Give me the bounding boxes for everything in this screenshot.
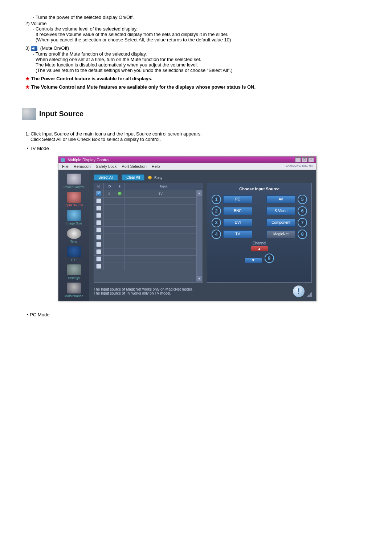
callout-5: 5 xyxy=(298,195,307,204)
mute-d1: - Turns on/off the Mute function of the … xyxy=(33,51,370,57)
row-checkbox[interactable] xyxy=(94,263,104,270)
row-status xyxy=(115,219,125,226)
checkbox-icon[interactable] xyxy=(96,242,101,247)
source-bnc-button[interactable]: BNC xyxy=(223,207,252,215)
row-checkbox[interactable] xyxy=(94,219,104,226)
checkbox-icon[interactable] xyxy=(96,206,101,211)
row-input xyxy=(125,219,196,226)
volume-d1: - Controls the volume level of the selec… xyxy=(33,26,370,32)
star-icon: ★ xyxy=(25,76,30,81)
callout-8: 8 xyxy=(298,230,307,239)
app-icon xyxy=(61,158,65,162)
row-checkbox[interactable] xyxy=(94,234,104,241)
checkbox-icon[interactable] xyxy=(96,227,101,232)
row-checkbox[interactable] xyxy=(94,205,104,212)
table-row[interactable] xyxy=(94,241,196,248)
checkbox-icon[interactable] xyxy=(96,256,101,262)
channel-up-button[interactable]: ▲ xyxy=(251,246,268,251)
source-magicnet-button[interactable]: MagicNet xyxy=(266,230,295,238)
sidebar-item-maintenance[interactable]: Maintenance xyxy=(60,282,88,299)
checkbox-icon[interactable] xyxy=(96,191,101,196)
source-dvi-button[interactable]: DVI xyxy=(223,219,252,227)
source-av-button[interactable]: AV xyxy=(266,195,295,203)
note-2-text: The Volume Control and Mute features are… xyxy=(31,84,370,90)
row-input xyxy=(125,205,196,212)
step-1-num: 1. xyxy=(25,131,29,137)
sidebar-item-settings[interactable]: Settings xyxy=(60,264,88,281)
sidebar: Power Control Input Source Image Size Ti… xyxy=(58,170,89,301)
sidebar-item-time[interactable]: Time xyxy=(60,227,88,245)
menu-remocon[interactable]: Remocon xyxy=(74,164,91,169)
row-checkbox[interactable] xyxy=(94,241,104,248)
resize-grip-icon[interactable] xyxy=(307,292,312,297)
channel-down-button[interactable]: ▼ xyxy=(245,258,262,263)
checkbox-icon[interactable] xyxy=(96,220,101,225)
row-checkbox[interactable] xyxy=(94,248,104,255)
row-input xyxy=(125,256,196,263)
mute-d2: When selecting one set at a time, turn o… xyxy=(36,57,370,62)
close-button[interactable]: × xyxy=(308,157,314,162)
checkbox-icon[interactable] xyxy=(96,264,101,269)
row-id xyxy=(104,248,115,255)
app-body: Power Control Input Source Image Size Ti… xyxy=(58,170,316,301)
row-checkbox[interactable] xyxy=(94,227,104,234)
table-row[interactable] xyxy=(94,248,196,256)
section-title: Input Source xyxy=(39,110,83,118)
scroll-up-button[interactable]: ▲ xyxy=(197,191,202,196)
table-row[interactable] xyxy=(94,256,196,263)
checkbox-icon[interactable] xyxy=(96,235,101,240)
scroll-down-button[interactable]: ▼ xyxy=(197,276,202,281)
checkbox-icon[interactable] xyxy=(96,249,101,254)
display-grid: ☑ ID ※ Input 0TV ▲ ▼ xyxy=(94,183,203,283)
sidebar-label: Input Source xyxy=(60,203,88,207)
source-tv-button[interactable]: TV xyxy=(223,230,252,238)
row-input xyxy=(125,234,196,241)
table-row[interactable] xyxy=(94,219,196,227)
table-row[interactable]: 0TV xyxy=(94,190,196,198)
row-checkbox[interactable] xyxy=(94,198,104,204)
row-status xyxy=(115,198,125,204)
row-checkbox[interactable] xyxy=(94,190,104,197)
callout-6: 6 xyxy=(298,206,307,216)
menu-help[interactable]: Help xyxy=(152,164,160,169)
col-id: ID xyxy=(104,183,115,190)
table-row[interactable] xyxy=(94,234,196,241)
window-title: Multiple Display Control xyxy=(61,158,110,162)
menu-safety-lock[interactable]: Safety Lock xyxy=(96,164,117,169)
app-window: Multiple Display Control _ □ × File Remo… xyxy=(58,156,317,301)
maximize-button[interactable]: □ xyxy=(302,157,307,162)
row-status xyxy=(115,227,125,234)
sidebar-item-input-source[interactable]: Input Source xyxy=(60,191,88,208)
checkbox-icon[interactable] xyxy=(96,198,101,203)
source-svideo-button[interactable]: S-Video xyxy=(266,207,295,215)
source-pc-button[interactable]: PC xyxy=(223,195,252,203)
sidebar-item-image-size[interactable]: Image Size xyxy=(60,209,88,227)
menu-file[interactable]: File xyxy=(62,164,69,169)
table-row[interactable] xyxy=(94,263,196,270)
callout-2: 2 xyxy=(212,206,221,216)
row-checkbox[interactable] xyxy=(94,256,104,263)
sidebar-item-pip[interactable]: PIP xyxy=(60,246,88,263)
clear-all-button[interactable]: Clear All xyxy=(122,174,144,181)
sidebar-label: Settings xyxy=(60,276,88,280)
row-id xyxy=(104,234,115,241)
checkbox-icon[interactable] xyxy=(96,213,101,218)
table-row[interactable] xyxy=(94,205,196,212)
menu-port-selection[interactable]: Port Selection xyxy=(122,164,146,169)
tv-mode-label: • TV Mode xyxy=(27,146,370,151)
sidebar-item-power-control[interactable]: Power Control xyxy=(60,173,88,190)
step-1b: Click Select All or use Check Box to sel… xyxy=(30,137,161,142)
table-row[interactable] xyxy=(94,227,196,234)
note-2: ★ The Volume Control and Mute features a… xyxy=(25,84,370,90)
row-checkbox[interactable] xyxy=(94,212,104,219)
table-row[interactable] xyxy=(94,212,196,219)
table-row[interactable] xyxy=(94,198,196,205)
row-input xyxy=(125,198,196,204)
mute-num: 3) xyxy=(25,45,30,51)
minimize-button[interactable]: _ xyxy=(295,157,301,162)
source-row-2: 2 BNC S-Video 6 xyxy=(212,206,307,216)
channel-label: Channel xyxy=(253,241,266,245)
select-all-button[interactable]: Select All xyxy=(94,174,118,181)
scrollbar[interactable]: ▲ ▼ xyxy=(196,190,202,281)
source-component-button[interactable]: Component xyxy=(266,219,295,227)
